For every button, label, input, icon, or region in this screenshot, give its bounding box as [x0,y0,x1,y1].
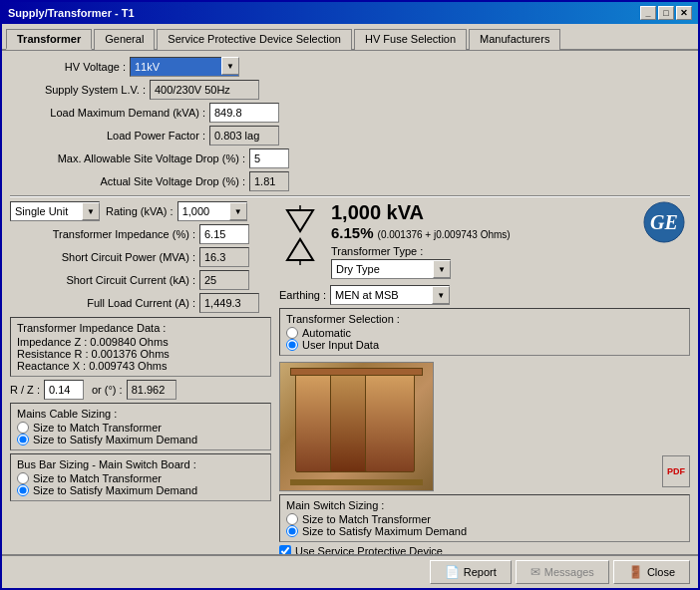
tab-service-protective[interactable]: Service Protective Device Selection [157,29,352,50]
main-switch-label-2: Size to Satisfy Maximum Demand [302,525,467,537]
use-service-checkbox-row: Use Service Protective Device [279,545,690,554]
full-load-current-row: Full Load Current (A) : 1,449.3 [10,293,271,313]
kva-info: 1,000 kVA 6.15% (0.001376 + j0.009743 Oh… [331,201,630,279]
rz-row: R / Z : 0.14 or (°) : 81.962 [10,380,271,400]
actual-site-drop-row: Actual Site Voltage Drop (%) : 1.81 [10,171,690,191]
mains-cable-label-1: Size to Match Transformer [33,422,162,434]
impedance-data-title: Transformer Impedance Data : [17,322,264,334]
main-switch-radio-1[interactable] [286,513,298,525]
bus-bar-title: Bus Bar Sizing - Main Switch Board : [17,458,264,470]
main-switch-title: Main Switch Sizing : [286,499,683,511]
use-service-checkbox[interactable] [279,545,291,554]
rating-arrow[interactable]: ▼ [229,202,247,220]
hv-voltage-dropdown-arrow[interactable]: ▼ [221,57,239,75]
impedance-display: 6.15% [331,224,374,241]
max-allowable-row: Max. Allowable Site Voltage Drop (%) : 5 [10,148,690,168]
ts-automatic-label: Automatic [302,327,351,339]
close-icon: 🚪 [628,565,643,579]
load-max-demand-field[interactable]: 849.8 [209,103,279,123]
main-two-col: Single Unit ▼ Rating (kVA) : 1,000 ▼ Tra… [10,201,690,554]
ts-automatic-row: Automatic [286,327,683,339]
close-window-button[interactable]: ✕ [676,6,692,20]
transformer-impedance-row: Transformer Impedance (%) : 6.15 [10,224,271,244]
reactance-x: Reactance X : 0.009743 Ohms [17,360,264,372]
transformer-svg [279,205,321,265]
tab-bar: Transformer General Service Protective D… [2,24,698,51]
bus-bar-option1-row: Size to Match Transformer [17,472,264,484]
title-bar-buttons: _ □ ✕ [640,6,692,20]
resistance-r: Resistance R : 0.001376 Ohms [17,348,264,360]
mains-cable-option1-row: Size to Match Transformer [17,422,264,434]
short-circuit-power-field: 16.3 [199,247,249,267]
earthing-arrow[interactable]: ▼ [432,286,450,304]
supply-system-label: Supply System L.V. : [10,84,150,96]
short-circuit-current-row: Short Circuit Current (kA) : 25 [10,270,271,290]
svg-marker-0 [287,210,313,231]
tab-hv-fuse[interactable]: HV Fuse Selection [354,29,467,50]
transformer-selection-box: Transformer Selection : Automatic User I… [279,308,690,356]
rz-label: R / Z : [10,384,40,396]
impedance-detail: (0.001376 + j0.009743 Ohms) [378,229,511,240]
impedance-row: 6.15% (0.001376 + j0.009743 Ohms) [331,224,630,241]
bus-bar-option2-row: Size to Satisfy Maximum Demand [17,484,264,496]
kva-display: 1,000 kVA [331,201,630,224]
bottom-bar: 📄 Report ✉ Messages 🚪 Close [2,554,698,588]
earthing-combo: MEN at MSB ▼ [330,285,450,305]
transformer-impedance-label: Transformer Impedance (%) : [10,228,199,240]
top-info-row: 1,000 kVA 6.15% (0.001376 + j0.009743 Oh… [279,201,690,279]
transformer-impedance-field[interactable]: 6.15 [199,224,249,244]
svg-marker-1 [287,239,313,260]
main-switch-option1-row: Size to Match Transformer [286,513,683,525]
main-window: Supply/Transformer - T1 _ □ ✕ Transforme… [0,0,700,590]
pdf-icon[interactable]: PDF [662,455,690,487]
close-button[interactable]: 🚪 Close [613,560,690,584]
content-area: HV Voltage : 11kV ▼ Supply System L.V. :… [2,51,698,554]
bus-bar-radio-1[interactable] [17,472,29,484]
bus-bar-label-2: Size to Satisfy Maximum Demand [33,484,197,496]
mains-cable-title: Mains Cable Sizing : [17,408,264,420]
supply-system-field: 400/230V 50Hz [150,80,259,100]
tab-manufacturers[interactable]: Manufacturers [469,29,560,50]
ts-automatic-radio[interactable] [286,327,298,339]
load-max-demand-row: Load Maximum Demand (kVA) : 849.8 [10,103,690,123]
hv-voltage-row: HV Voltage : 11kV ▼ [10,57,690,77]
ts-user-input-radio[interactable] [286,339,298,351]
mains-cable-radio-2[interactable] [17,434,29,445]
minimize-button[interactable]: _ [640,6,656,20]
title-bar: Supply/Transformer - T1 _ □ ✕ [2,2,698,24]
tab-general[interactable]: General [94,29,155,50]
transformer-type-arrow[interactable]: ▼ [433,260,451,278]
pdf-icon-area: PDF [662,455,690,487]
messages-button[interactable]: ✉ Messages [516,560,609,584]
messages-icon: ✉ [530,565,540,579]
rating-label: Rating (kVA) : [106,205,174,217]
report-button[interactable]: 📄 Report [430,560,512,584]
unit-type-arrow[interactable]: ▼ [82,202,100,220]
max-allowable-field[interactable]: 5 [249,148,289,168]
bus-bar-radio-2[interactable] [17,484,29,496]
short-circuit-power-label: Short Circuit Power (MVA) : [10,251,199,263]
supply-system-row: Supply System L.V. : 400/230V 50Hz [10,80,690,100]
report-icon: 📄 [445,565,460,579]
unit-type-combo: Single Unit ▼ [10,201,100,221]
earthing-label: Earthing : [279,289,326,301]
maximize-button[interactable]: □ [658,6,674,20]
right-column: 1,000 kVA 6.15% (0.001376 + j0.009743 Oh… [279,201,690,554]
full-load-current-field: 1,449.3 [199,293,259,313]
load-power-factor-row: Load Power Factor : 0.803 lag [10,126,690,146]
rz-field[interactable]: 0.14 [44,380,84,400]
ge-logo-svg: GE [638,201,690,243]
load-max-demand-label: Load Maximum Demand (kVA) : [10,107,209,119]
short-circuit-current-field: 25 [199,270,249,290]
mains-cable-radio-1[interactable] [17,422,29,434]
load-power-factor-label: Load Power Factor : [10,130,209,142]
short-circuit-current-label: Short Circuit Current (kA) : [10,274,199,286]
mains-cable-option2-row: Size to Satisfy Maximum Demand [17,434,264,445]
main-switch-radio-2[interactable] [286,525,298,537]
main-switch-label-1: Size to Match Transformer [302,513,431,525]
full-load-current-label: Full Load Current (A) : [10,297,199,309]
tab-transformer[interactable]: Transformer [6,29,92,50]
transformer-type-label: Transformer Type : [331,245,630,257]
rating-combo: 1,000 ▼ [177,201,247,221]
unit-rating-row: Single Unit ▼ Rating (kVA) : 1,000 ▼ [10,201,271,221]
